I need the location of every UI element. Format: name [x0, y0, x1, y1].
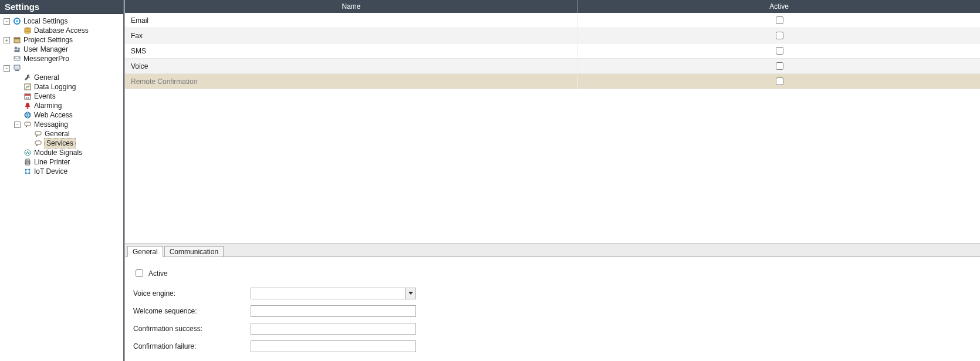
- voice-engine-value: [251, 288, 405, 299]
- app-root: Settings -Local SettingsDatabase Access+…: [0, 0, 980, 361]
- confirmation-success-input[interactable]: [251, 323, 416, 335]
- service-active-checkbox[interactable]: [776, 62, 783, 70]
- voice-engine-dropdown-button[interactable]: [405, 288, 415, 299]
- tree-item-usermgr[interactable]: User Manager: [0, 45, 123, 54]
- tree-toggle-spacer: [14, 112, 21, 119]
- tree-item-label: Services: [44, 138, 76, 149]
- svg-rect-15: [25, 94, 31, 96]
- service-active-checkbox[interactable]: [776, 77, 783, 85]
- tree-item-datalog[interactable]: Data Logging: [0, 82, 123, 92]
- tree-toggle-spacer: [25, 140, 31, 147]
- service-active-checkbox[interactable]: [776, 47, 783, 55]
- tree-item-label: Events: [33, 92, 56, 101]
- tree-item-label: Web Access: [33, 110, 73, 120]
- tree-item-label: Local Settings: [23, 16, 67, 26]
- tree-toggle-spacer: [14, 93, 21, 100]
- tree-item-general[interactable]: General: [0, 73, 123, 82]
- svg-rect-26: [26, 163, 29, 165]
- svg-point-18: [27, 107, 29, 109]
- tree-toggle-spacer: [4, 56, 10, 62]
- tree-item-label: Project Settings: [23, 35, 73, 45]
- svg-rect-21: [35, 131, 41, 135]
- tree-item-msg-gen[interactable]: General: [0, 129, 123, 139]
- collapse-icon[interactable]: -: [4, 18, 10, 25]
- bell-icon: [23, 101, 32, 110]
- tree-item-web[interactable]: Web Access: [0, 110, 123, 120]
- expand-icon[interactable]: +: [4, 37, 10, 43]
- svg-point-1: [16, 21, 18, 22]
- datalog-icon: [23, 82, 32, 92]
- svg-rect-6: [14, 38, 20, 39]
- svg-point-8: [18, 48, 20, 50]
- service-name-cell: Remote Confirmation: [125, 74, 578, 89]
- table-empty-space: [125, 89, 980, 244]
- tree-item-msgpro[interactable]: MessengerPro: [0, 54, 123, 63]
- tree-item-db[interactable]: Database Access: [0, 26, 123, 35]
- svg-point-4: [25, 31, 31, 33]
- service-name-cell: Fax: [125, 28, 578, 43]
- wrench-icon: [23, 73, 32, 82]
- chevron-down-icon: [408, 292, 413, 295]
- tree-item-label: IoT Device: [33, 167, 67, 176]
- collapse-icon[interactable]: -: [4, 65, 10, 72]
- svg-point-7: [15, 47, 18, 50]
- table-row[interactable]: Remote Confirmation: [125, 74, 980, 89]
- iot-icon: [23, 167, 32, 176]
- pc-icon: [12, 63, 22, 73]
- tree-item-modsig[interactable]: Module Signals: [0, 148, 123, 157]
- voice-engine-combo[interactable]: [251, 288, 416, 299]
- tree-toggle-spacer: [14, 28, 21, 34]
- service-active-checkbox[interactable]: [776, 32, 783, 39]
- chat-icon: [33, 139, 43, 148]
- tree-item-label: User Manager: [23, 45, 68, 54]
- tree-toggle-spacer: [14, 103, 21, 109]
- confirmation-success-label: Confirmation success:: [133, 325, 251, 333]
- tree-item-proj[interactable]: +Project Settings: [0, 35, 123, 45]
- confirmation-failure-label: Confirmation failure:: [133, 342, 251, 350]
- tree-item-events[interactable]: Events: [0, 92, 123, 101]
- active-label[interactable]: Active: [148, 269, 168, 278]
- tree-toggle-spacer: [4, 46, 10, 53]
- msgpro-icon: [12, 54, 22, 63]
- tab-general[interactable]: General: [127, 246, 163, 257]
- service-active-cell: [578, 76, 980, 87]
- welcome-sequence-label: Welcome sequence:: [133, 307, 251, 315]
- service-active-cell: [578, 15, 980, 26]
- signal-icon: [23, 148, 32, 157]
- tree-item-pc[interactable]: -: [0, 63, 123, 73]
- active-field: Active: [133, 268, 972, 279]
- svg-rect-20: [25, 122, 31, 126]
- tree-item-alarm[interactable]: Alarming: [0, 101, 123, 110]
- service-name-cell: Voice: [125, 59, 578, 73]
- active-checkbox[interactable]: [136, 269, 143, 277]
- tree-item-iot[interactable]: IoT Device: [0, 167, 123, 176]
- tree-item-msg[interactable]: -Messaging: [0, 120, 123, 129]
- svg-rect-25: [26, 159, 29, 161]
- column-header-active[interactable]: Active: [578, 0, 980, 13]
- chat-icon: [23, 120, 32, 129]
- tree-item-lp[interactable]: Line Printer: [0, 157, 123, 167]
- service-active-checkbox[interactable]: [776, 16, 783, 24]
- gear-blue: [12, 16, 22, 26]
- tree-item-msg-svc[interactable]: Services: [0, 139, 123, 148]
- confirmation-failure-input[interactable]: [251, 340, 416, 352]
- service-active-cell: [578, 60, 980, 72]
- tree-item-label: Messaging: [33, 120, 68, 129]
- welcome-sequence-input[interactable]: [251, 305, 416, 317]
- svg-marker-31: [408, 292, 413, 295]
- tree-item-local[interactable]: -Local Settings: [0, 16, 123, 26]
- svg-rect-12: [15, 70, 19, 71]
- calendar-icon: [23, 92, 32, 101]
- collapse-icon[interactable]: -: [14, 122, 21, 128]
- tab-communication[interactable]: Communication: [164, 246, 224, 257]
- column-header-name[interactable]: Name: [125, 0, 578, 13]
- table-row[interactable]: Voice: [125, 59, 980, 74]
- tree-item-label: Alarming: [33, 101, 62, 110]
- globe-icon: [23, 110, 32, 120]
- table-row[interactable]: SMS: [125, 43, 980, 59]
- tree-toggle-spacer: [14, 75, 21, 81]
- service-active-cell: [578, 30, 980, 41]
- users-icon: [12, 45, 22, 54]
- table-row[interactable]: Fax: [125, 28, 980, 43]
- table-row[interactable]: Email: [125, 13, 980, 28]
